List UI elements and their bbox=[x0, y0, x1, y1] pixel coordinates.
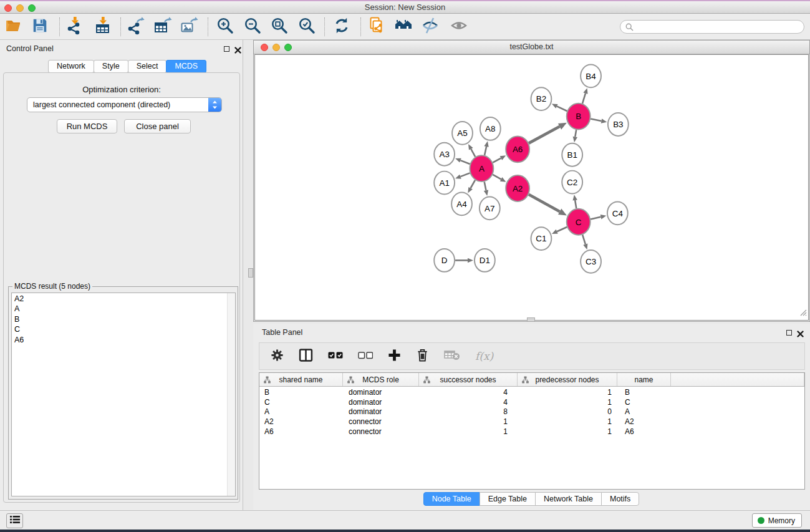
deselect-all-button[interactable] bbox=[358, 351, 373, 362]
node-B1[interactable]: B1 bbox=[562, 143, 582, 167]
table-cell[interactable]: 1 bbox=[419, 417, 518, 426]
table-cell[interactable]: connector bbox=[343, 427, 419, 436]
table-cell[interactable]: 8 bbox=[419, 407, 518, 416]
node-C2[interactable]: C2 bbox=[562, 171, 582, 194]
refresh-button[interactable] bbox=[331, 16, 352, 37]
show-hide-graphics-details-button[interactable] bbox=[420, 16, 441, 37]
edge-C-C1[interactable] bbox=[557, 227, 567, 231]
mcds-result-item[interactable]: A bbox=[12, 304, 235, 314]
table-cell[interactable]: A6 bbox=[259, 427, 343, 436]
node-D1[interactable]: D1 bbox=[475, 249, 495, 272]
edge-A2-C[interactable] bbox=[529, 195, 560, 211]
minimize-traffic-light[interactable] bbox=[272, 44, 280, 51]
criterion-dropdown[interactable]: largest connected component (directed) bbox=[27, 97, 222, 112]
import-table-button[interactable] bbox=[92, 16, 113, 37]
edge-B-B1[interactable] bbox=[575, 130, 576, 137]
table-cell[interactable]: 4 bbox=[419, 398, 518, 407]
table-cell[interactable]: 4 bbox=[419, 388, 518, 397]
node-A7[interactable]: A7 bbox=[480, 196, 500, 220]
import-network-button[interactable] bbox=[64, 16, 85, 37]
float-panel-icon[interactable] bbox=[224, 46, 229, 52]
node-C1[interactable]: C1 bbox=[531, 227, 552, 250]
task-history-button[interactable] bbox=[6, 513, 23, 528]
horizontal-divider-handle[interactable] bbox=[527, 317, 535, 322]
node-A[interactable]: A bbox=[470, 155, 493, 181]
save-session-button[interactable] bbox=[29, 16, 51, 37]
table-cell[interactable]: dominator bbox=[343, 407, 419, 416]
edge-A-A2[interactable] bbox=[493, 175, 501, 179]
mcds-result-item[interactable]: C bbox=[12, 324, 235, 335]
float-panel-icon[interactable] bbox=[786, 330, 792, 336]
mcds-result-item[interactable]: B bbox=[12, 314, 235, 324]
node-B[interactable]: B bbox=[567, 104, 591, 130]
table-row[interactable]: Bdominator41B bbox=[259, 387, 804, 397]
mcds-result-item[interactable]: A2 bbox=[12, 293, 235, 304]
network-from-selection-button[interactable] bbox=[367, 16, 388, 37]
tab-motifs[interactable]: Motifs bbox=[601, 492, 639, 506]
table-settings-button[interactable] bbox=[271, 349, 284, 364]
table-cell[interactable]: connector bbox=[343, 417, 419, 426]
network-window-titlebar[interactable]: testGlobe.txt bbox=[254, 41, 809, 54]
table-cell[interactable]: C bbox=[259, 398, 343, 407]
table-cell[interactable]: B bbox=[259, 388, 343, 397]
memory-button[interactable]: Memory bbox=[752, 513, 802, 528]
edge-C-C3[interactable] bbox=[582, 235, 586, 244]
table-row[interactable]: Adominator80A bbox=[259, 407, 804, 417]
zoom-out-button[interactable] bbox=[242, 16, 263, 37]
show-columns-button[interactable] bbox=[299, 348, 313, 365]
close-panel-icon[interactable] bbox=[234, 45, 242, 52]
table-row[interactable]: A2connector11A2 bbox=[259, 417, 804, 427]
node-A5[interactable]: A5 bbox=[452, 122, 473, 145]
open-session-button[interactable] bbox=[3, 16, 24, 37]
mcds-result-item[interactable]: A6 bbox=[12, 334, 235, 345]
table-cell[interactable]: A bbox=[259, 407, 343, 416]
node-A1[interactable]: A1 bbox=[434, 172, 455, 195]
vertical-divider-handle[interactable] bbox=[248, 268, 253, 278]
network-canvas[interactable]: AA6A2BCA1A3A5A8A4A7B2B4B3B1C2C4C1C3DD1 bbox=[254, 54, 809, 321]
tab-node-table[interactable]: Node Table bbox=[423, 492, 480, 506]
zoom-selected-button[interactable] bbox=[296, 16, 317, 37]
node-C[interactable]: C bbox=[567, 209, 591, 235]
zoom-traffic-light[interactable] bbox=[28, 4, 36, 12]
table-cell[interactable]: B bbox=[617, 388, 671, 397]
zoom-in-button[interactable] bbox=[215, 16, 236, 37]
add-row-button[interactable] bbox=[388, 349, 401, 364]
edge-B-B2[interactable] bbox=[557, 106, 567, 111]
table-cell[interactable]: 0 bbox=[518, 407, 617, 416]
edge-A-A8[interactable] bbox=[485, 147, 486, 155]
close-panel-icon[interactable] bbox=[797, 329, 804, 336]
column-header-successor-nodes[interactable]: successor nodes bbox=[419, 373, 518, 386]
table-cell[interactable]: A2 bbox=[617, 417, 671, 426]
table-cell[interactable]: 1 bbox=[419, 427, 518, 436]
table-cell[interactable]: 1 bbox=[518, 388, 617, 397]
close-traffic-light[interactable] bbox=[261, 44, 268, 51]
close-panel-button[interactable]: Close panel bbox=[124, 119, 191, 133]
mcds-result-list[interactable]: A2ABCA6 bbox=[11, 293, 236, 496]
close-traffic-light[interactable] bbox=[4, 4, 12, 12]
edge-A6-B[interactable] bbox=[529, 127, 560, 143]
table-row[interactable]: A6connector11A6 bbox=[259, 427, 804, 437]
node-A6[interactable]: A6 bbox=[506, 136, 529, 162]
node-B3[interactable]: B3 bbox=[608, 113, 629, 136]
table-cell[interactable]: dominator bbox=[343, 398, 419, 407]
node-A3[interactable]: A3 bbox=[434, 143, 455, 166]
search-input[interactable] bbox=[637, 21, 799, 32]
table-cell[interactable]: 1 bbox=[518, 417, 617, 426]
node-A2[interactable]: A2 bbox=[506, 175, 529, 201]
column-header-predecessor-nodes[interactable]: predecessor nodes bbox=[518, 373, 617, 386]
select-all-button[interactable] bbox=[328, 351, 343, 362]
result-list-scrollbar[interactable] bbox=[227, 293, 235, 496]
table-row[interactable]: Cdominator41C bbox=[259, 397, 804, 407]
node-A8[interactable]: A8 bbox=[480, 117, 501, 140]
node-C4[interactable]: C4 bbox=[607, 201, 628, 225]
edge-B-B3[interactable] bbox=[591, 119, 601, 122]
node-C3[interactable]: C3 bbox=[581, 250, 601, 273]
edge-A-A7[interactable] bbox=[485, 182, 486, 191]
edge-A-A1[interactable] bbox=[460, 173, 470, 177]
export-network-button[interactable] bbox=[125, 16, 147, 37]
tab-mcds[interactable]: MCDS bbox=[166, 60, 206, 73]
edge-A-A6[interactable] bbox=[493, 158, 501, 163]
minimize-traffic-light[interactable] bbox=[16, 4, 24, 12]
run-mcds-button[interactable]: Run MCDS bbox=[57, 119, 117, 133]
tab-network-table[interactable]: Network Table bbox=[535, 492, 602, 506]
